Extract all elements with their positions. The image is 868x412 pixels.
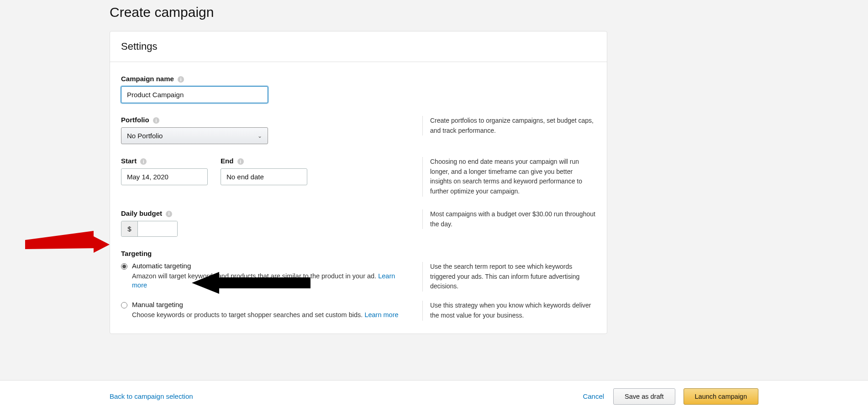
portfolio-help: Create portfolios to organize campaigns,… (422, 116, 596, 136)
settings-card: Settings Campaign name i Portfolio (110, 31, 607, 334)
dates-help: Choosing no end date means your campaign… (422, 157, 596, 197)
end-label: End i (221, 157, 307, 165)
info-icon[interactable]: i (140, 158, 147, 165)
annotation-arrow-red (25, 226, 116, 263)
info-icon[interactable]: i (237, 158, 244, 165)
manual-learn-more-link[interactable]: Learn more (364, 311, 398, 318)
portfolio-select[interactable]: No Portfolio ⌄ (121, 127, 268, 144)
budget-help: Most campaigns with a budget over $30.00… (422, 209, 596, 229)
auto-targeting-desc: Amazon will target keywords and products… (132, 271, 404, 290)
auto-targeting-help: Use the search term report to see which … (422, 262, 596, 292)
info-icon[interactable]: i (178, 76, 184, 83)
info-icon[interactable]: i (153, 117, 159, 124)
manual-targeting-help: Use this strategy when you know which ke… (422, 301, 596, 320)
start-label: Start i (121, 157, 208, 165)
info-icon[interactable]: i (166, 211, 172, 217)
card-header: Settings (110, 31, 607, 62)
budget-input[interactable] (138, 221, 177, 236)
svg-marker-0 (25, 231, 110, 253)
auto-targeting-radio[interactable] (121, 263, 127, 270)
end-date-input[interactable] (221, 168, 307, 185)
campaign-name-label: Campaign name i (121, 75, 184, 83)
targeting-label: Targeting (121, 250, 596, 257)
manual-targeting-radio[interactable] (121, 302, 127, 308)
start-date-input[interactable] (121, 168, 208, 185)
manual-targeting-title: Manual targeting (132, 301, 404, 308)
portfolio-label: Portfolio i (121, 116, 159, 124)
budget-label: Daily budget i (121, 209, 172, 217)
currency-prefix: $ (121, 221, 138, 236)
budget-input-group: $ (121, 221, 178, 237)
page-title: Create campaign (110, 5, 868, 20)
campaign-name-input[interactable] (121, 86, 268, 103)
settings-heading: Settings (121, 41, 596, 52)
manual-targeting-desc: Choose keywords or products to target sh… (132, 310, 404, 319)
chevron-down-icon: ⌄ (258, 133, 262, 139)
auto-targeting-title: Automatic targeting (132, 262, 404, 270)
